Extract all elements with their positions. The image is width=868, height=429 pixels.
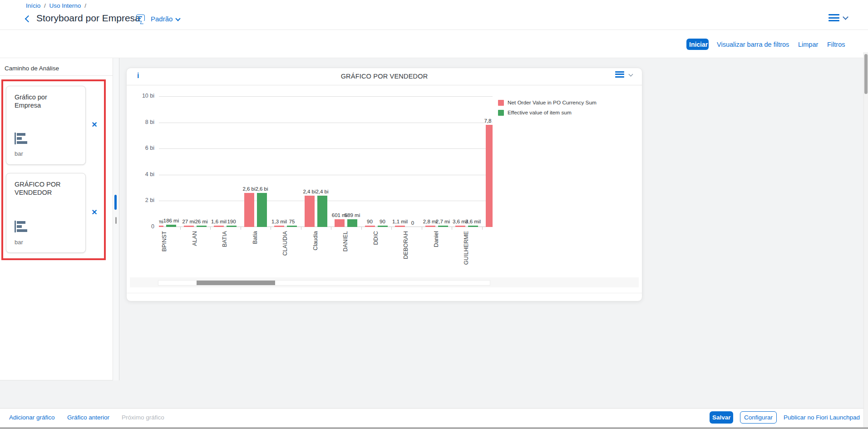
category-label: DEBORAH [403,231,409,259]
y-axis-label: 6 bi [129,145,154,151]
legend-label: Net Order Value in PO Currency Sum [508,99,597,106]
axis-tick [301,227,301,230]
category-label: BATIA [222,231,228,247]
bar-green[interactable] [438,226,448,227]
analysis-path-title: Caminho de Análise [5,65,59,72]
bar-red[interactable] [395,226,405,227]
legend-item: Effective value of item sum [498,109,597,116]
card-title: GRÁFICO POR VENDEDOR [15,180,74,197]
salvar-button[interactable]: Salvar [710,411,733,424]
y-axis-label: 4 bi [129,171,154,178]
category-label: Claudia [312,231,319,250]
bar-red[interactable] [305,196,315,227]
bar-value-label: 7,8 bi [473,118,493,123]
category-label: BPINST [161,231,168,251]
legend-label: Effective value of item sum [508,109,572,116]
close-card-2-button[interactable]: ✕ [90,208,99,217]
iniciar-button[interactable]: Iniciar [686,39,709,50]
card-title: Gráfico por Empresa [15,93,74,109]
axis-tick [422,227,422,230]
chart-scrollbar-thumb[interactable] [197,281,275,285]
bar-chart-icon [15,133,33,144]
bar-green[interactable] [378,226,388,227]
bar-red[interactable] [214,226,224,227]
y-axis-label: 10 bi [129,93,154,99]
divider [0,75,113,76]
y-axis-label: 0 [129,223,154,230]
category-label: GUILHERME [463,231,469,265]
bar-green[interactable] [468,226,478,227]
close-card-1-button[interactable]: ✕ [90,121,99,129]
add-chart-link[interactable]: Adicionar gráfico [9,414,55,421]
variant-selector[interactable]: Padrão [151,15,180,23]
bar-red[interactable] [486,125,493,227]
category-label: Batia [252,231,258,244]
app-window: Início / Uso Interno / Storyboard por Em… [0,0,868,429]
vertical-scrollbar-thumb[interactable] [864,54,868,94]
bar-green[interactable] [166,225,176,227]
vertical-scrollbar-track[interactable] [863,52,868,427]
category-label: CLAUDIA [282,231,288,256]
axis-tick [452,227,452,230]
horizontal-scrollbar[interactable] [0,427,868,429]
bar-value-label: 2,4 bi [304,189,340,194]
prev-chart-link[interactable]: Gráfico anterior [67,414,109,421]
bar-value-label: 589 mi [334,212,370,218]
bar-red[interactable] [365,226,375,227]
splitter-grip-icon[interactable] [115,217,117,224]
legend-swatch-red [498,100,504,106]
bar-red[interactable] [159,226,163,227]
bar-red[interactable] [274,226,284,227]
y-axis-label: 2 bi [129,197,154,203]
analysis-card-grafico-por-empresa[interactable]: Gráfico por Empresa bar [6,86,86,165]
overflow-menu-icon[interactable] [829,14,839,23]
legend-swatch-green [498,110,504,116]
category-label: DANIEL [342,231,349,251]
chart-legend: Net Order Value in PO Currency Sum Effec… [498,99,597,119]
bar-red[interactable] [455,226,465,227]
show-filter-bar-link[interactable]: Visualizar barra de filtros [717,41,789,48]
chevron-down-icon [176,16,181,21]
back-icon[interactable] [25,15,32,23]
bar-green[interactable] [287,226,297,227]
bar-value-label: 2,6 bi [244,186,280,192]
bar-red[interactable] [244,193,254,227]
category-label: ALAN [192,231,198,246]
configurar-button[interactable]: Configurar [740,411,777,424]
breadcrumb: Início / Uso Interno / [26,2,88,9]
header: Início / Uso Interno / Storyboard por Em… [0,0,868,30]
chart-menu-icon[interactable] [615,71,624,79]
bar-green[interactable] [227,226,237,227]
category-label: DDIC [373,231,379,245]
comment-icon[interactable] [136,15,145,21]
category-label: Daniel [433,231,439,247]
breadcrumb-link-inicio[interactable]: Início [26,2,40,9]
plot-area: 4 mi186 mi27 mi26 mi1,6 mil1902,6 bi2,6 … [159,96,493,227]
breadcrumb-separator: / [44,2,46,9]
page-title: Storyboard por Empresa [36,13,140,24]
axis-tick [271,227,271,230]
y-axis-label: 8 bi [129,119,154,125]
header-chevron-down-icon[interactable] [843,14,848,20]
axis-tick [482,227,483,230]
axis-tick [331,227,331,230]
axis-tick [361,227,362,230]
next-chart-link: Próximo gráfico [122,414,164,421]
breadcrumb-separator: / [84,2,86,9]
axis-tick [180,227,181,230]
bar-green[interactable] [317,196,327,227]
legend-item: Net Order Value in PO Currency Sum [498,99,597,106]
axis-tick [391,227,392,230]
axis-tick [241,227,241,230]
bar-red[interactable] [335,219,345,227]
bar-green[interactable] [197,226,207,227]
breadcrumb-link-uso-interno[interactable]: Uso Interno [49,2,81,9]
bar-red[interactable] [184,226,194,227]
bar-red[interactable] [425,226,435,227]
filtros-link[interactable]: Filtros [827,41,845,48]
card-type-label: bar [15,150,23,157]
splitter-handle[interactable] [114,195,117,210]
limpar-link[interactable]: Limpar [798,41,818,48]
axis-tick [210,227,211,230]
publish-fiori-link[interactable]: Publicar no Fiori Launchpad [784,414,860,421]
